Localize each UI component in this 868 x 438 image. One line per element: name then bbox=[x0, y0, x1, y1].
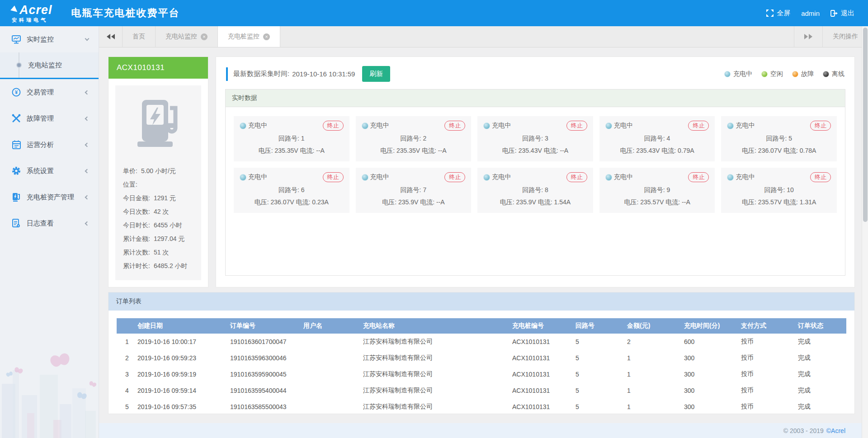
scroll-tabs-right-button[interactable] bbox=[794, 26, 822, 47]
tab-home[interactable]: 首页 bbox=[123, 26, 156, 47]
orders-panel: 订单列表 创建日期 订单编号 用户名 充电站名称 充电桩编号 回路号 金额(元)… bbox=[108, 292, 854, 414]
log-icon bbox=[12, 219, 21, 228]
circuit-card-6: 充电中终止 回路号: 6 电压: 236.07V 电流: 0.23A bbox=[234, 168, 349, 213]
circuit-card-1: 充电中终止 回路号: 1 电压: 235.35V 电流: --A bbox=[234, 116, 349, 161]
collect-time-label: 最新数据采集时间: bbox=[233, 70, 289, 78]
logout-button[interactable]: 退出 bbox=[830, 9, 854, 18]
table-row[interactable]: 5 2019-10-16 09:57:35 1910163585500043 江… bbox=[117, 399, 846, 414]
terminate-button[interactable]: 终止 bbox=[810, 121, 831, 131]
table-row[interactable]: 2 2019-10-16 09:59:23 1910163596300046 江… bbox=[117, 350, 846, 366]
sidebar-item-realtime-monitor[interactable]: 实时监控 bbox=[0, 26, 99, 52]
col-create-date: 创建日期 bbox=[137, 322, 229, 330]
svg-text:¥: ¥ bbox=[15, 89, 18, 95]
table-row[interactable]: 3 2019-10-16 09:59:19 1910163595900045 江… bbox=[117, 366, 846, 382]
logo-subtext: 安科瑞电气 bbox=[12, 18, 52, 23]
refresh-button[interactable]: 刷新 bbox=[362, 66, 390, 82]
terminate-button[interactable]: 终止 bbox=[323, 121, 344, 131]
realtime-panel: 最新数据采集时间: 2019-10-16 10:31:59 刷新 充电中 空闲 … bbox=[216, 57, 854, 287]
stat-location: 位置: bbox=[123, 178, 201, 191]
col-pay-method: 支付方式 bbox=[740, 322, 797, 330]
copyright-text: © 2003 - 2019 bbox=[783, 427, 824, 434]
chevron-left-icon bbox=[85, 90, 90, 94]
sidebar-item-analytics[interactable]: 运营分析 bbox=[0, 132, 99, 158]
tab-bar: 首页 充电站监控 × 充电桩监控 × 关闭操作 bbox=[99, 26, 868, 47]
sidebar-item-pile-assets[interactable]: 充电桩资产管理 bbox=[0, 184, 99, 210]
butterfly-icon bbox=[76, 391, 87, 400]
sidebar-item-logs[interactable]: 日志查看 bbox=[0, 210, 99, 236]
sidebar-item-transactions[interactable]: ¥ 交易管理 bbox=[0, 79, 99, 105]
fullscreen-icon bbox=[766, 9, 774, 17]
status-dot-icon bbox=[240, 174, 246, 181]
status-dot-icon bbox=[362, 174, 368, 181]
butterfly-icon bbox=[6, 371, 14, 377]
footer: © 2003 - 2019 ©Acrel bbox=[99, 423, 862, 438]
acrel-logo: Acrel 安科瑞电气 bbox=[12, 4, 52, 23]
accent-bar bbox=[226, 67, 228, 81]
terminate-button[interactable]: 终止 bbox=[688, 121, 709, 131]
circuit-card-8: 充电中终止 回路号: 8 电压: 235.9V 电流: 1.54A bbox=[477, 168, 593, 213]
tabbar-spacer bbox=[280, 26, 794, 47]
stat-total-duration: 累计时长:6485.2 小时 bbox=[123, 259, 201, 273]
vertical-scrollbar[interactable] bbox=[862, 26, 868, 438]
table-row[interactable]: 1 2019-10-16 10:00:17 1910163601700047 江… bbox=[117, 334, 846, 350]
charging-dot-icon bbox=[724, 71, 731, 77]
orders-table-header: 创建日期 订单编号 用户名 充电站名称 充电桩编号 回路号 金额(元) 充电时间… bbox=[117, 318, 846, 334]
pile-info-panel: ACX1010131 单价:5.00 小时/元 位置 bbox=[108, 57, 208, 287]
fullscreen-button[interactable]: 全屏 bbox=[766, 9, 790, 18]
close-operations-button[interactable]: 关闭操作 bbox=[822, 26, 868, 47]
table-row[interactable]: 4 2019-10-16 09:59:14 1910163595400044 江… bbox=[117, 382, 846, 399]
col-pile-no: 充电桩编号 bbox=[511, 322, 575, 330]
terminate-button[interactable]: 终止 bbox=[688, 172, 709, 182]
close-icon[interactable]: × bbox=[201, 33, 208, 40]
sidebar-item-station-monitor[interactable]: 充电站监控 bbox=[0, 52, 99, 78]
status-dot-icon bbox=[362, 122, 368, 129]
terminate-button[interactable]: 终止 bbox=[323, 172, 344, 182]
butterfly-icon bbox=[89, 381, 97, 388]
fault-dot-icon bbox=[792, 71, 798, 77]
butterfly-icon bbox=[14, 367, 23, 375]
tab-pile-monitor[interactable]: 充电桩监控 × bbox=[218, 26, 280, 47]
chevron-down-icon bbox=[85, 36, 90, 41]
sidebar-item-faults[interactable]: 故障管理 bbox=[0, 105, 99, 132]
idle-dot-icon bbox=[761, 71, 768, 77]
pile-stats: 单价:5.00 小时/元 位置: 今日金额:1291 元 今日次数:42 次 今… bbox=[115, 164, 201, 273]
charging-pile-icon bbox=[115, 97, 201, 152]
stat-today-duration: 今日时长:6455 小时 bbox=[123, 218, 201, 232]
circuit-card-7: 充电中终止 回路号: 7 电压: 235.9V 电流: --A bbox=[356, 168, 472, 213]
circuit-card-10: 充电中终止 回路号: 10 电压: 235.57V 电流: 1.31A bbox=[721, 168, 837, 213]
status-dot-icon bbox=[483, 174, 490, 181]
logout-icon bbox=[830, 10, 838, 17]
terminate-button[interactable]: 终止 bbox=[566, 172, 587, 182]
legend-charging: 充电中 bbox=[724, 70, 752, 78]
offline-dot-icon bbox=[823, 71, 829, 77]
legend-fault: 故障 bbox=[792, 70, 814, 78]
chevron-left-icon bbox=[85, 142, 90, 147]
terminate-button[interactable]: 终止 bbox=[444, 121, 465, 131]
scroll-tabs-left-button[interactable] bbox=[99, 26, 123, 47]
pile-code: ACX1010131 bbox=[108, 57, 208, 79]
close-icon[interactable]: × bbox=[263, 33, 270, 40]
status-dot-icon bbox=[605, 174, 612, 181]
stat-total-amount: 累计金额:1297.04 元 bbox=[123, 232, 201, 245]
terminate-button[interactable]: 终止 bbox=[566, 121, 587, 131]
sidebar-item-settings[interactable]: 系统设置 bbox=[0, 158, 99, 184]
realtime-data-box: 实时数据 充电中终止 回路号: 1 电压: 235.35V 电流: --A 充电… bbox=[225, 89, 845, 276]
scrollbar-thumb[interactable] bbox=[863, 28, 868, 222]
terminate-button[interactable]: 终止 bbox=[810, 172, 831, 182]
app-window: Acrel 安科瑞电气 电瓶车充电桩收费平台 全屏 admin 退出 bbox=[0, 0, 868, 438]
stat-today-amount: 今日金额:1291 元 bbox=[123, 191, 201, 205]
city-watermark bbox=[0, 352, 99, 438]
monitor-icon bbox=[12, 35, 21, 44]
username[interactable]: admin bbox=[801, 9, 820, 17]
brand-link[interactable]: ©Acrel bbox=[826, 427, 845, 434]
status-dot-icon bbox=[240, 122, 246, 129]
logo-text: Acrel bbox=[12, 4, 52, 16]
terminate-button[interactable]: 终止 bbox=[444, 172, 465, 182]
realtime-data-title: 实时数据 bbox=[226, 89, 845, 107]
tab-station-monitor[interactable]: 充电站监控 × bbox=[156, 26, 218, 47]
chevron-left-icon bbox=[85, 116, 90, 121]
col-order-status: 订单状态 bbox=[797, 322, 846, 330]
status-dot-icon bbox=[727, 122, 734, 129]
collect-time-value: 2019-10-16 10:31:59 bbox=[292, 70, 355, 78]
orders-title: 订单列表 bbox=[108, 292, 854, 311]
